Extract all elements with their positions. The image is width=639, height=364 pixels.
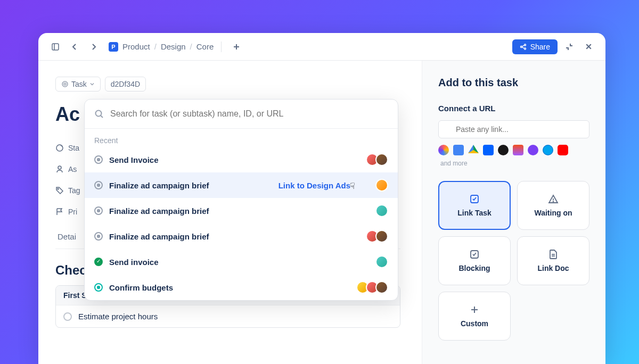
status-circle-icon [94, 232, 103, 241]
svg-line-27 [101, 115, 103, 118]
type-chip[interactable]: Task [55, 77, 101, 92]
flag-icon [55, 208, 64, 216]
app-icons-row: and more [438, 145, 589, 167]
avatar-stack [366, 230, 388, 243]
dropdown-search-row [85, 100, 398, 129]
warning-icon [548, 194, 559, 204]
topbar: P Product / Design / Core Share [38, 33, 605, 61]
app-window: P Product / Design / Core Share [38, 33, 605, 364]
tile-grid: Link Task Waiting on Blocking Link Doc C… [438, 181, 589, 341]
status-circle-icon [94, 283, 103, 292]
search-icon [94, 109, 104, 119]
status-circle-icon [94, 181, 103, 189]
side-panel: Add to this task Connect a URL and more [422, 61, 605, 364]
avatar-stack [366, 153, 388, 166]
dropdown-search-input[interactable] [110, 109, 388, 119]
divider [221, 42, 222, 52]
avatar-stack [375, 179, 388, 192]
avatar-stack [375, 204, 388, 217]
link-doc-tile[interactable]: Link Doc [517, 236, 589, 285]
status-circle-icon [94, 258, 103, 266]
svg-point-5 [524, 44, 526, 46]
collapse-icon[interactable] [562, 39, 577, 54]
app-icon[interactable] [543, 145, 553, 155]
dropdown-item[interactable]: Send Invoice [85, 147, 398, 172]
svg-point-12 [64, 83, 66, 85]
dropdown-item[interactable]: Finalize ad campaign brief [85, 198, 398, 224]
svg-point-20 [553, 201, 554, 202]
custom-tile[interactable]: Custom [438, 292, 511, 341]
tag-icon [55, 186, 64, 195]
app-icon[interactable] [438, 145, 449, 155]
blocking-tile[interactable]: Blocking [438, 236, 511, 285]
nav-forward-icon[interactable] [86, 39, 101, 54]
dropdown-item[interactable]: Send invoice [85, 249, 398, 275]
avatar [375, 255, 388, 268]
avatar-stack [375, 255, 388, 268]
svg-line-7 [522, 45, 524, 46]
avatar [375, 204, 388, 217]
plus-icon [469, 304, 480, 315]
svg-point-15 [58, 188, 59, 189]
breadcrumb-project-icon: P [109, 42, 118, 52]
status-icon [55, 144, 64, 152]
side-panel-title: Add to this task [438, 77, 589, 89]
dropdown-item-label: Send invoice [109, 258, 369, 267]
dropdown-item-label: Finalize ad campaign brief [109, 206, 369, 216]
nav-back-icon[interactable] [67, 39, 82, 54]
id-chip[interactable]: d2Df34D [105, 77, 146, 92]
breadcrumb-sep-icon: / [190, 42, 192, 51]
breadcrumb-item[interactable]: Design [161, 42, 186, 51]
search-dropdown: Recent Send InvoiceFinalize ad campaign … [84, 99, 398, 301]
connect-url-label: Connect a URL [438, 104, 589, 113]
app-icon[interactable] [498, 145, 509, 155]
more-apps-label[interactable]: and more [440, 160, 468, 167]
breadcrumb-item[interactable]: Core [196, 42, 214, 51]
chevron-down-icon [89, 81, 95, 87]
dropdown-item-label: Finalize ad campaign brief [109, 181, 272, 190]
document-icon [548, 249, 558, 260]
link-task-tile[interactable]: Link Task [438, 181, 511, 230]
sidebar-toggle-icon[interactable] [48, 39, 63, 54]
recent-label: Recent [85, 129, 398, 147]
share-icon [520, 43, 527, 51]
svg-point-11 [62, 81, 68, 87]
app-icon[interactable] [483, 145, 494, 155]
svg-point-26 [96, 111, 102, 117]
checklist-item[interactable]: Estimate project hours [56, 305, 400, 327]
dropdown-item-label: Confirm budgets [109, 283, 350, 292]
dropdown-item[interactable]: Finalize ad campaign brief [85, 224, 398, 249]
avatar [375, 179, 388, 192]
breadcrumb-item[interactable]: Product [122, 42, 150, 51]
avatar [375, 153, 388, 166]
add-icon[interactable] [229, 39, 244, 54]
svg-rect-0 [52, 44, 59, 50]
radio-icon[interactable] [63, 312, 72, 321]
app-icon[interactable] [468, 145, 479, 155]
breadcrumb-sep-icon: / [154, 42, 157, 51]
svg-line-8 [522, 47, 524, 48]
status-circle-icon [94, 155, 103, 164]
dropdown-item-label: Send Invoice [109, 155, 359, 164]
app-icon[interactable] [558, 145, 568, 155]
target-icon [61, 80, 69, 88]
check-square-icon [469, 194, 480, 204]
cursor-hand-icon: ☟ [350, 181, 355, 191]
link-to-label: Link to Design Ads [278, 181, 350, 190]
dropdown-item[interactable]: Finalize ad campaign briefLink to Design… [85, 172, 398, 198]
waiting-on-tile[interactable]: Waiting on [517, 181, 589, 230]
avatar-stack [356, 281, 388, 294]
check-square-icon [469, 249, 480, 260]
url-input[interactable] [438, 120, 589, 138]
share-button[interactable]: Share [512, 39, 558, 54]
dropdown-item[interactable]: Confirm budgets [85, 275, 398, 300]
close-icon[interactable] [581, 39, 596, 54]
app-icon[interactable] [513, 145, 523, 155]
app-icon[interactable] [453, 145, 464, 155]
status-circle-icon [94, 206, 103, 215]
svg-point-14 [58, 166, 61, 169]
svg-point-6 [524, 48, 526, 49]
app-icon[interactable] [528, 145, 538, 155]
dropdown-item-label: Finalize ad campaign brief [109, 232, 359, 241]
share-label: Share [530, 43, 550, 51]
